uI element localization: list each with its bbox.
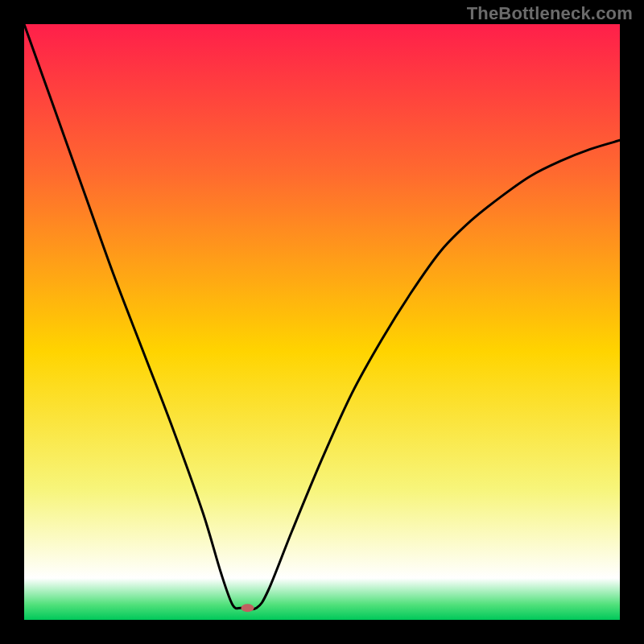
gradient-background bbox=[24, 24, 620, 620]
chart-frame: TheBottleneck.com bbox=[0, 0, 644, 644]
plot-area bbox=[24, 24, 620, 620]
optimal-point-marker bbox=[242, 604, 254, 612]
chart-svg bbox=[24, 24, 620, 620]
watermark-text: TheBottleneck.com bbox=[467, 3, 633, 24]
